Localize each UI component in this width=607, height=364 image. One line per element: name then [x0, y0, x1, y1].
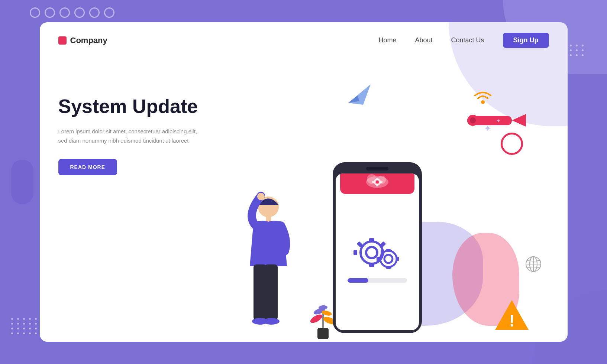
progress-bar [348, 278, 407, 283]
person-illustration [231, 185, 298, 341]
globe-icon [525, 256, 542, 274]
hero-description: Lorem ipsum dolor sit amet, consectetuer… [58, 127, 200, 146]
svg-point-12 [309, 313, 323, 325]
logo-icon [58, 36, 67, 45]
svg-rect-30 [353, 250, 357, 255]
phone-notification-bar [340, 173, 414, 194]
svg-rect-43 [266, 216, 271, 222]
phone-device [333, 162, 422, 333]
logo: Company [58, 36, 379, 45]
svg-rect-29 [369, 263, 374, 267]
svg-rect-36 [386, 249, 391, 252]
phone-screen [336, 173, 419, 330]
main-card: Company Home About Contact Us Sign Up Sy… [40, 22, 568, 342]
nav-links: Home About Contact Us Sign Up [378, 33, 549, 48]
svg-point-5 [470, 117, 476, 123]
screen-gears [351, 236, 403, 271]
bg-blob-left [11, 160, 33, 204]
svg-text:!: ! [509, 312, 514, 330]
nav-about-link[interactable]: About [415, 36, 432, 44]
bg-dots-left [11, 318, 38, 334]
svg-point-27 [366, 247, 377, 258]
hero-title: System Update [58, 95, 214, 118]
phone-notch [366, 167, 388, 170]
svg-rect-46 [265, 264, 278, 320]
bg-decoration-circles [30, 7, 114, 18]
nav-contact-link[interactable]: Contact Us [451, 36, 484, 44]
svg-rect-39 [396, 257, 399, 261]
read-more-button[interactable]: READ MORE [58, 159, 117, 175]
left-content: System Update Lorem ipsum dolor sit amet… [58, 66, 214, 341]
svg-rect-23 [376, 184, 378, 186]
svg-point-2 [481, 100, 485, 104]
warning-triangle-icon: ! [493, 298, 530, 333]
svg-point-21 [376, 181, 379, 183]
paper-plane-icon [348, 84, 371, 106]
svg-rect-25 [380, 181, 382, 183]
sparkle-icon-2: ✦ [496, 118, 501, 124]
svg-point-34 [380, 251, 397, 267]
svg-rect-28 [369, 238, 374, 242]
svg-rect-37 [386, 266, 391, 269]
circle-outline-decoration [501, 133, 523, 155]
svg-rect-38 [377, 257, 380, 261]
sparkle-icon-1: ✦ [484, 123, 491, 134]
navbar: Company Home About Contact Us Sign Up [40, 22, 568, 58]
logo-text: Company [70, 36, 107, 45]
illustration-area: ✦ ✦ [214, 66, 549, 341]
svg-point-35 [384, 255, 393, 263]
svg-rect-10 [317, 328, 329, 339]
svg-rect-24 [372, 181, 374, 183]
nav-signup-button[interactable]: Sign Up [503, 33, 549, 48]
wifi-icon [473, 88, 493, 106]
svg-rect-22 [376, 178, 378, 180]
svg-point-48 [263, 318, 280, 325]
svg-rect-45 [254, 264, 267, 320]
content-area: System Update Lorem ipsum dolor sit amet… [40, 58, 568, 341]
progress-bar-fill [348, 278, 368, 283]
svg-point-44 [257, 193, 265, 200]
nav-home-link[interactable]: Home [378, 36, 396, 44]
